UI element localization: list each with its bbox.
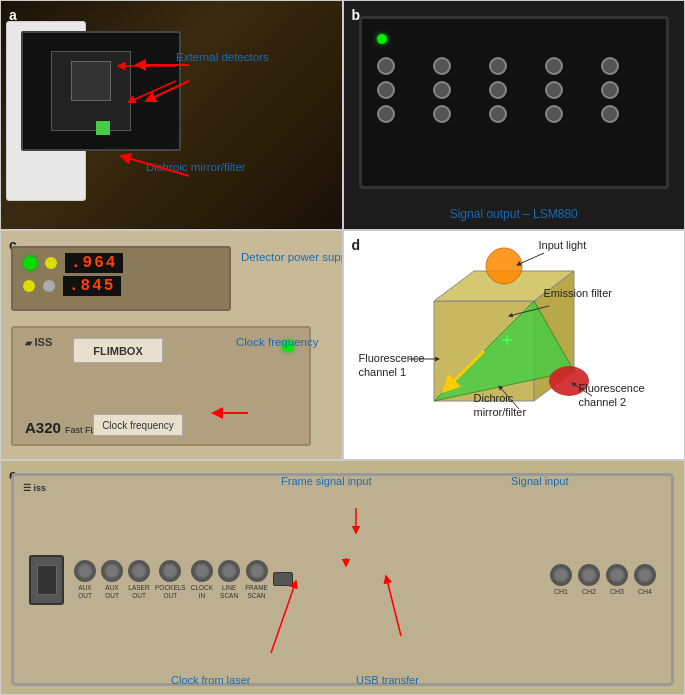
annotation-emission-filter: Emission filter <box>544 286 612 300</box>
panel-d: d + <box>343 230 686 460</box>
flimbox-label: FLIMBOX <box>73 338 163 363</box>
annotation-detector-power: Detector power supply <box>241 251 343 263</box>
annotation-dichroic-d: Dichroicmirror/filter <box>474 391 527 420</box>
panel-c: c .964 .845 Detector power supply ▰ ISS <box>0 230 343 460</box>
panel-a-label: a <box>9 7 17 23</box>
annotation-signal-input: Signal input <box>511 475 569 487</box>
clock-freq-label: Clock frequency <box>93 414 183 436</box>
main-grid: a External detectors Dichroic mirro <box>0 0 685 695</box>
annotation-fluorescence-1: Fluorescencechannel 1 <box>359 351 425 380</box>
svg-point-11 <box>486 248 522 284</box>
panel-b-caption: Signal output – LSM880 <box>344 207 685 221</box>
panel-e: e AUXOUT AUXOUT <box>0 460 685 695</box>
panel-b-label: b <box>352 7 361 23</box>
annotation-external-detectors: External detectors <box>176 51 269 63</box>
annotation-dichroic-mirror: Dichroic mirror/filter <box>146 161 246 173</box>
brand-label: ISS <box>35 336 53 348</box>
annotation-usb-transfer: USB transfer <box>356 674 419 686</box>
svg-text:+: + <box>502 330 513 350</box>
panel-a: a External detectors Dichroic mirro <box>0 0 343 230</box>
annotation-clock-laser: Clock from laser <box>171 674 250 686</box>
annotation-input-light: Input light <box>539 239 587 251</box>
annotation-fluorescence-2: Fluorescencechannel 2 <box>579 381 645 410</box>
annotation-frame-signal: Frame signal input <box>281 475 372 487</box>
annotation-clock-freq: Clock frequency <box>236 336 318 348</box>
panel-b: b Signal <box>343 0 686 230</box>
